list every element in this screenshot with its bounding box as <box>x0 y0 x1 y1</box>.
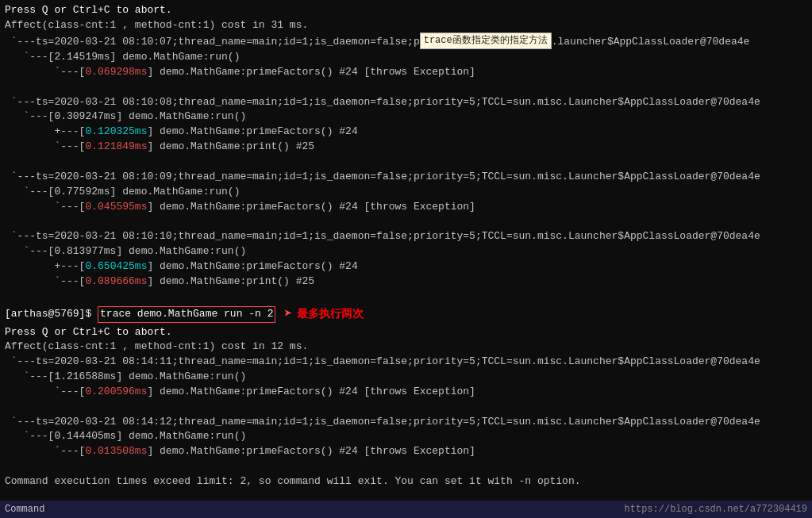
blank-1 <box>5 80 807 95</box>
line-7: `---ts=2020-03-21 08:10:08;thread_name=m… <box>5 95 807 110</box>
line-25: `---[1.216588ms] demo.MathGame:run() <box>5 370 807 385</box>
terminal: Press Q or Ctrl+C to abort. Affect(class… <box>0 0 812 518</box>
line-2: Affect(class-cnt:1 , method-cnt:1) cost … <box>5 18 807 33</box>
line-23: Affect(class-cnt:1 , method-cnt:1) cost … <box>5 340 807 355</box>
line-18: +---[0.650425ms] demo.MathGame:primeFact… <box>5 259 807 274</box>
line-26: `---[0.200596ms] demo.MathGame:primeFact… <box>5 385 807 400</box>
line-19: `---[0.089666ms] demo.MathGame:print() #… <box>5 274 807 290</box>
line-10: `---[0.121849ms] demo.MathGame:print() #… <box>5 140 807 155</box>
command-input[interactable]: trace demo.MathGame run -n 2 <box>98 306 275 323</box>
line-1: Press Q or Ctrl+C to abort. <box>5 3 807 18</box>
line-24: `---ts=2020-03-21 08:14:11;thread_name=m… <box>5 355 807 370</box>
command-line-row: [arthas@5769]$ trace demo.MathGame run -… <box>5 304 807 324</box>
line-9: +---[0.120325ms] demo.MathGame:primeFact… <box>5 125 807 140</box>
bottom-url-label: https://blog.csdn.net/a772304419 <box>625 504 807 515</box>
tooltip-box: trace函数指定类的指定方法 <box>420 33 552 49</box>
line-5: `---[0.069298ms] demo.MathGame:primeFact… <box>5 65 807 80</box>
blank-5 <box>5 400 807 415</box>
line-28: `---ts=2020-03-21 08:14:12;thread_name=m… <box>5 415 807 430</box>
line-4: `---[2.14519ms] demo.MathGame:run() <box>5 50 807 65</box>
line-3: `---ts=2020-03-21 08:10:07;thread_name=m… <box>5 33 807 50</box>
line-29: `---[0.144405ms] demo.MathGame:run() <box>5 429 807 444</box>
line-32: Command execution times exceed limit: 2,… <box>5 474 807 489</box>
line-8: `---[0.309247ms] demo.MathGame:run() <box>5 109 807 125</box>
arrow-symbol: ➤ <box>283 304 292 324</box>
line-22: Press Q or Ctrl+C to abort. <box>5 325 807 340</box>
prompt-label: [arthas@5769]$ <box>5 307 98 322</box>
bottom-bar: Command https://blog.csdn.net/a772304419 <box>0 501 812 518</box>
bottom-command-label: Command <box>5 504 44 515</box>
blank-2 <box>5 155 807 170</box>
line-14: `---[0.045595ms] demo.MathGame:primeFact… <box>5 200 807 215</box>
line-16: `---ts=2020-03-21 08:10:10;thread_name=m… <box>5 229 807 244</box>
blank-6 <box>5 459 807 474</box>
line-30: `---[0.013508ms] demo.MathGame:primeFact… <box>5 444 807 459</box>
blank-4 <box>5 290 807 305</box>
line-17: `---[0.813977ms] demo.MathGame:run() <box>5 244 807 259</box>
arrow-label: 最多执行两次 <box>297 306 364 322</box>
line-13: `---[0.77592ms] demo.MathGame:run() <box>5 185 807 200</box>
line-12: `---ts=2020-03-21 08:10:09;thread_name=m… <box>5 170 807 185</box>
blank-3 <box>5 214 807 229</box>
